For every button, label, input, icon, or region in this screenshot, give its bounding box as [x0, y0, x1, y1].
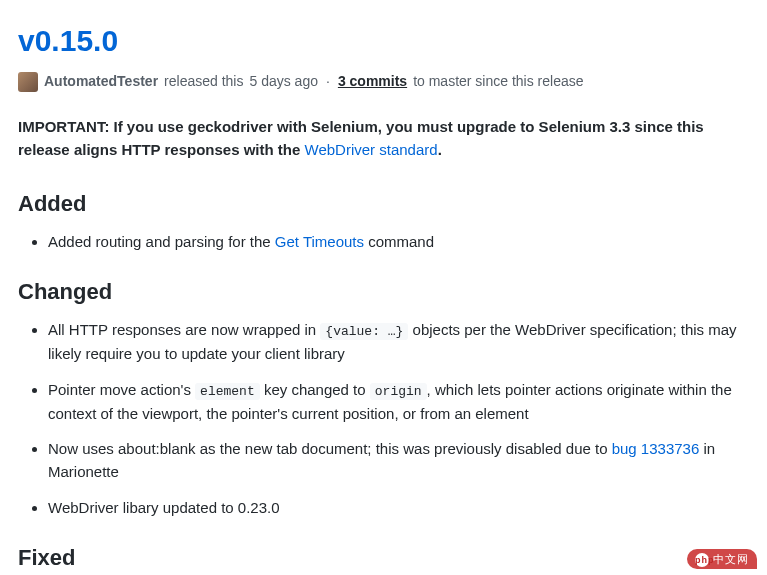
text: key changed to [260, 381, 370, 398]
text: Pointer move action's [48, 381, 195, 398]
byline-relative-time: 5 days ago [249, 71, 318, 92]
list-item: Pointer move action's element key change… [48, 378, 749, 425]
section-heading-fixed: Fixed [18, 541, 749, 574]
watermark-text: 中文网 [713, 553, 749, 565]
release-title: v0.15.0 [18, 18, 749, 63]
avatar [18, 72, 38, 92]
list-item: WebDriver libary updated to 0.23.0 [48, 496, 749, 519]
byline-commits-suffix: to master since this release [413, 71, 583, 92]
section-heading-added: Added [18, 187, 749, 220]
code-value-wrapper: {value: …} [320, 323, 408, 340]
text: WebDriver libary updated to 0.23.0 [48, 499, 280, 516]
section-heading-changed: Changed [18, 275, 749, 308]
text: Added routing and parsing for the [48, 233, 275, 250]
added-list: Added routing and parsing for the Get Ti… [18, 230, 749, 253]
list-item: Now uses about:blank as the new tab docu… [48, 437, 749, 484]
release-byline: AutomatedTester released this 5 days ago… [18, 71, 749, 92]
notice-suffix: . [438, 141, 442, 158]
webdriver-standard-link[interactable]: WebDriver standard [305, 141, 438, 158]
changed-list: All HTTP responses are now wrapped in {v… [18, 318, 749, 519]
byline-released: released this [164, 71, 243, 92]
code-element: element [195, 383, 260, 400]
watermark-badge: php中文网 [687, 549, 757, 570]
get-timeouts-link[interactable]: Get Timeouts [275, 233, 364, 250]
byline-separator: · [326, 71, 330, 92]
commits-link[interactable]: 3 commits [338, 71, 407, 92]
release-title-link[interactable]: v0.15.0 [18, 24, 118, 57]
important-notice: IMPORTANT: If you use geckodriver with S… [18, 116, 749, 161]
code-origin: origin [370, 383, 427, 400]
author-link[interactable]: AutomatedTester [44, 71, 158, 92]
list-item: All HTTP responses are now wrapped in {v… [48, 318, 749, 365]
list-item: Added routing and parsing for the Get Ti… [48, 230, 749, 253]
text: Now uses about:blank as the new tab docu… [48, 440, 612, 457]
bug-link[interactable]: bug 1333736 [612, 440, 700, 457]
text: All HTTP responses are now wrapped in [48, 321, 320, 338]
php-icon: php [695, 553, 709, 567]
text: command [364, 233, 434, 250]
